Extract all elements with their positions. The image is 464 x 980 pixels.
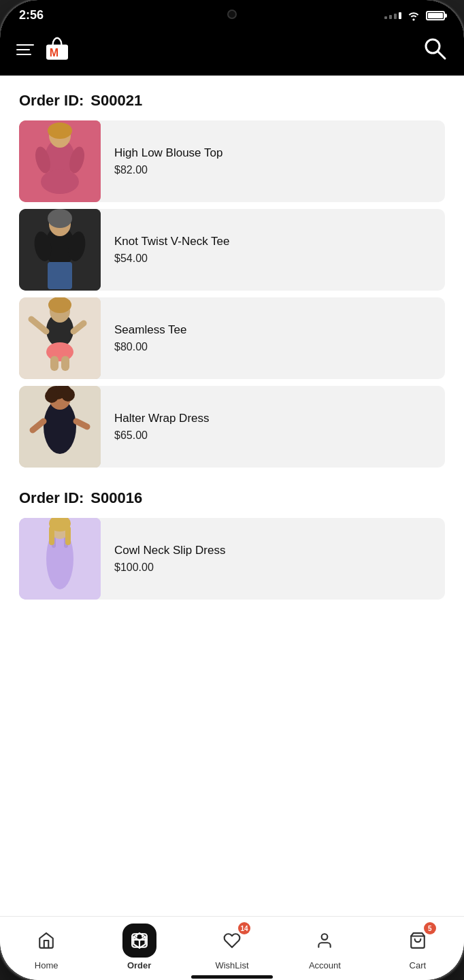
list-item[interactable]: High Low Blouse Top $82.00 bbox=[19, 120, 445, 202]
list-item[interactable]: Cowl Neck Slip Dress $100.00 bbox=[19, 518, 445, 600]
svg-rect-43 bbox=[65, 526, 71, 545]
svg-point-35 bbox=[61, 388, 75, 402]
wishlist-badge: 14 bbox=[238, 922, 250, 934]
nav-item-home[interactable]: Home bbox=[0, 924, 93, 970]
item-name: Knot Twist V-Neck Tee bbox=[114, 235, 431, 248]
list-item[interactable]: Knot Twist V-Neck Tee $54.00 bbox=[19, 209, 445, 291]
item-price: $100.00 bbox=[114, 561, 431, 574]
item-name: Halter Wrap Dress bbox=[114, 412, 431, 425]
header-left: M bbox=[16, 35, 71, 65]
svg-point-22 bbox=[46, 342, 73, 361]
seamless-illustration bbox=[19, 297, 101, 379]
wifi-icon bbox=[407, 10, 420, 21]
cart-icon-wrap: 5 bbox=[401, 924, 435, 958]
item-image-blouse bbox=[19, 120, 101, 202]
nav-label-wishlist: WishList bbox=[215, 960, 248, 970]
halter-illustration bbox=[19, 386, 101, 468]
account-icon-wrap bbox=[308, 924, 342, 958]
svg-rect-23 bbox=[50, 356, 59, 371]
list-item[interactable]: Halter Wrap Dress $65.00 bbox=[19, 386, 445, 468]
nav-item-cart[interactable]: 5 Cart bbox=[371, 924, 464, 970]
account-icon bbox=[316, 932, 333, 949]
signal-dots bbox=[384, 12, 401, 19]
wishlist-icon-wrap: 14 bbox=[215, 924, 249, 958]
home-icon bbox=[37, 932, 55, 949]
search-icon bbox=[423, 37, 448, 61]
item-price: $80.00 bbox=[114, 341, 431, 353]
order-number-2: S00016 bbox=[90, 489, 142, 507]
wishlist-icon bbox=[223, 932, 241, 949]
order-id-row-2: Order ID: S00016 bbox=[19, 489, 445, 507]
svg-point-10 bbox=[41, 169, 79, 194]
svg-point-17 bbox=[48, 209, 72, 228]
nav-item-order[interactable]: Order bbox=[93, 924, 185, 970]
cart-badge: 5 bbox=[424, 922, 436, 934]
phone-screen: 2:56 bbox=[0, 0, 464, 980]
item-name: Seamless Tee bbox=[114, 323, 431, 337]
item-name: Cowl Neck Slip Dress bbox=[114, 544, 431, 557]
battery-fill bbox=[428, 13, 443, 18]
svg-point-45 bbox=[322, 934, 328, 940]
main-content: Order ID: S00021 bbox=[0, 76, 464, 916]
status-camera bbox=[227, 10, 237, 19]
blouse-illustration bbox=[19, 120, 101, 202]
app-header: M bbox=[0, 28, 464, 76]
bottom-nav: Home Order bbox=[0, 916, 464, 976]
nav-label-cart: Cart bbox=[410, 960, 427, 970]
cart-icon bbox=[409, 932, 427, 949]
list-item[interactable]: Seamless Tee $80.00 bbox=[19, 297, 445, 379]
svg-line-3 bbox=[438, 52, 445, 59]
order-label-1: Order ID: bbox=[19, 92, 84, 110]
item-info: High Low Blouse Top $82.00 bbox=[101, 135, 445, 187]
item-image-cowl bbox=[19, 518, 101, 600]
item-name: High Low Blouse Top bbox=[114, 146, 431, 160]
order-items-2: Cowl Neck Slip Dress $100.00 bbox=[19, 518, 445, 600]
logo-container: M bbox=[44, 35, 71, 65]
order-icon bbox=[131, 932, 148, 949]
nav-label-order: Order bbox=[127, 960, 151, 970]
home-bar bbox=[191, 975, 273, 979]
order-section-2: Order ID: S00016 bbox=[0, 473, 464, 605]
search-button[interactable] bbox=[423, 37, 448, 63]
status-bar: 2:56 bbox=[0, 0, 464, 28]
battery-icon bbox=[426, 11, 445, 20]
item-info: Knot Twist V-Neck Tee $54.00 bbox=[101, 224, 445, 276]
tee-illustration bbox=[19, 209, 101, 291]
svg-point-26 bbox=[48, 297, 71, 313]
status-time: 2:56 bbox=[19, 8, 44, 22]
nav-item-account[interactable]: Account bbox=[278, 924, 371, 970]
cowl-illustration bbox=[19, 518, 101, 600]
hamburger-icon[interactable] bbox=[16, 44, 34, 55]
svg-rect-42 bbox=[49, 526, 54, 545]
item-price: $82.00 bbox=[114, 164, 431, 176]
item-price: $54.00 bbox=[114, 252, 431, 265]
item-image-halter bbox=[19, 386, 101, 468]
nav-item-wishlist[interactable]: 14 WishList bbox=[186, 924, 278, 970]
order-items-1: High Low Blouse Top $82.00 bbox=[19, 120, 445, 468]
item-image-tee bbox=[19, 209, 101, 291]
item-price: $65.00 bbox=[114, 429, 431, 442]
product-figure bbox=[19, 120, 101, 202]
svg-rect-24 bbox=[61, 356, 69, 371]
svg-text:M: M bbox=[50, 47, 59, 59]
status-right bbox=[384, 10, 445, 21]
order-id-row-1: Order ID: S00021 bbox=[19, 92, 445, 110]
svg-point-9 bbox=[48, 122, 72, 139]
app-logo: M bbox=[44, 35, 71, 62]
phone-frame: 2:56 bbox=[0, 0, 464, 980]
home-indicator bbox=[0, 976, 464, 980]
order-number-1: S00021 bbox=[90, 92, 142, 110]
home-icon-wrap bbox=[29, 924, 63, 958]
order-section-1: Order ID: S00021 bbox=[0, 76, 464, 473]
nav-label-home: Home bbox=[35, 960, 59, 970]
order-icon-wrap bbox=[122, 924, 156, 958]
svg-rect-15 bbox=[48, 262, 72, 289]
nav-label-account: Account bbox=[309, 960, 341, 970]
item-info: Halter Wrap Dress $65.00 bbox=[101, 401, 445, 453]
item-info: Seamless Tee $80.00 bbox=[101, 312, 445, 364]
svg-point-34 bbox=[45, 389, 59, 403]
item-image-seamless bbox=[19, 297, 101, 379]
order-label-2: Order ID: bbox=[19, 489, 84, 507]
item-info: Cowl Neck Slip Dress $100.00 bbox=[101, 533, 445, 585]
